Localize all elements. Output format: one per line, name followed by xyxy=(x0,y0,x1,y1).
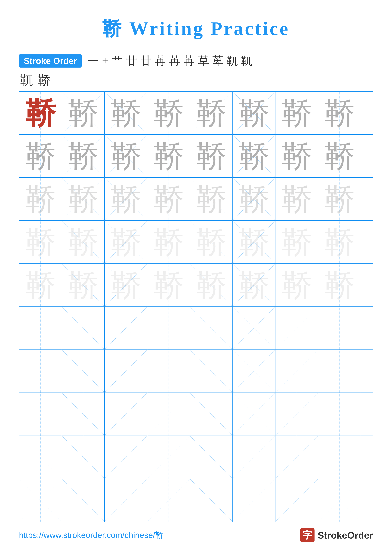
svg-line-108 xyxy=(275,350,318,392)
grid-cell-2-2[interactable]: 鞒 xyxy=(105,178,147,220)
grid-cell-4-1[interactable]: 鞒 xyxy=(62,264,105,307)
grid-cell-1-0[interactable]: 鞒 xyxy=(19,135,62,177)
grid-cell-9-7[interactable] xyxy=(318,479,361,522)
svg-line-85 xyxy=(105,307,147,349)
grid-cell-6-7[interactable] xyxy=(318,350,361,393)
grid-cell-7-7[interactable] xyxy=(318,393,361,436)
practice-grid: 鞒 鞒 鞒 鞒 鞒 鞒 鞒 鞒 鞒 鞒 xyxy=(19,91,373,522)
grid-cell-3-5[interactable]: 鞒 xyxy=(233,221,275,263)
footer-logo: 字 StrokeOrder xyxy=(300,528,373,542)
svg-line-138 xyxy=(233,436,275,478)
grid-cell-5-5[interactable] xyxy=(233,307,275,350)
grid-cell-6-4[interactable] xyxy=(190,350,233,393)
grid-cell-0-2[interactable]: 鞒 xyxy=(105,92,147,134)
grid-cell-4-3[interactable]: 鞒 xyxy=(147,264,190,307)
grid-cell-3-7[interactable]: 鞒 xyxy=(318,221,361,263)
grid-cell-7-1[interactable] xyxy=(62,393,105,436)
grid-cell-2-4[interactable]: 鞒 xyxy=(190,178,233,220)
grid-cell-8-6[interactable] xyxy=(275,436,318,479)
grid-cell-0-6[interactable]: 鞒 xyxy=(275,92,318,134)
practice-char: 鞒 xyxy=(282,98,312,128)
grid-cell-0-1[interactable]: 鞒 xyxy=(62,92,105,134)
grid-cell-5-3[interactable] xyxy=(147,307,190,350)
grid-cell-9-4[interactable] xyxy=(190,479,233,522)
grid-cell-9-0[interactable] xyxy=(19,479,62,522)
grid-cell-8-7[interactable] xyxy=(318,436,361,479)
grid-cell-3-0[interactable]: 鞒 xyxy=(19,221,62,263)
grid-cell-9-1[interactable] xyxy=(62,479,105,522)
grid-cell-1-4[interactable]: 鞒 xyxy=(190,135,233,177)
grid-cell-2-6[interactable]: 鞒 xyxy=(275,178,318,220)
page-title: 鞒 Writing Practice xyxy=(0,0,392,42)
grid-cell-1-1[interactable]: 鞒 xyxy=(62,135,105,177)
grid-cell-2-7[interactable]: 鞒 xyxy=(318,178,361,220)
svg-line-81 xyxy=(19,307,62,349)
grid-cell-7-6[interactable] xyxy=(275,393,318,436)
stroke-seq-char-0: 一 xyxy=(86,55,100,66)
grid-cell-0-7[interactable]: 鞒 xyxy=(318,92,361,134)
grid-cell-1-6[interactable]: 鞒 xyxy=(275,135,318,177)
grid-cell-3-2[interactable]: 鞒 xyxy=(105,221,147,263)
grid-cell-5-4[interactable] xyxy=(190,307,233,350)
grid-cell-5-7[interactable] xyxy=(318,307,361,350)
grid-cell-9-2[interactable] xyxy=(105,479,147,522)
grid-row-1: 鞒 鞒 鞒 鞒 鞒 鞒 鞒 鞒 xyxy=(19,135,373,178)
grid-cell-9-3[interactable] xyxy=(147,479,190,522)
grid-cell-6-0[interactable] xyxy=(19,350,62,393)
grid-cell-8-2[interactable] xyxy=(105,436,147,479)
grid-cell-3-6[interactable]: 鞒 xyxy=(275,221,318,263)
grid-cell-7-4[interactable] xyxy=(190,393,233,436)
grid-cell-9-5[interactable] xyxy=(233,479,275,522)
grid-cell-1-2[interactable]: 鞒 xyxy=(105,135,147,177)
practice-char: 鞒 xyxy=(68,270,98,300)
grid-cell-8-5[interactable] xyxy=(233,436,275,479)
grid-cell-4-2[interactable]: 鞒 xyxy=(105,264,147,307)
grid-cell-5-0[interactable] xyxy=(19,307,62,350)
grid-cell-0-3[interactable]: 鞒 xyxy=(147,92,190,134)
grid-cell-8-4[interactable] xyxy=(190,436,233,479)
grid-cell-0-5[interactable]: 鞒 xyxy=(233,92,275,134)
svg-line-133 xyxy=(105,436,147,478)
grid-cell-7-2[interactable] xyxy=(105,393,147,436)
grid-cell-6-6[interactable] xyxy=(275,350,318,393)
grid-cell-7-0[interactable] xyxy=(19,393,62,436)
grid-cell-4-6[interactable]: 鞒 xyxy=(275,264,318,307)
grid-cell-6-2[interactable] xyxy=(105,350,147,393)
grid-cell-2-0[interactable]: 鞒 xyxy=(19,178,62,220)
grid-cell-0-4[interactable]: 鞒 xyxy=(190,92,233,134)
grid-cell-3-4[interactable]: 鞒 xyxy=(190,221,233,263)
grid-row-8 xyxy=(19,436,373,479)
practice-char: 鞒 xyxy=(68,184,98,214)
grid-cell-1-7[interactable]: 鞒 xyxy=(318,135,361,177)
grid-cell-9-6[interactable] xyxy=(275,479,318,522)
grid-cell-4-7[interactable]: 鞒 xyxy=(318,264,361,307)
grid-cell-2-3[interactable]: 鞒 xyxy=(147,178,190,220)
grid-cell-3-3[interactable]: 鞒 xyxy=(147,221,190,263)
grid-cell-7-5[interactable] xyxy=(233,393,275,436)
grid-cell-1-3[interactable]: 鞒 xyxy=(147,135,190,177)
grid-cell-1-5[interactable]: 鞒 xyxy=(233,135,275,177)
grid-cell-5-1[interactable] xyxy=(62,307,105,350)
svg-line-106 xyxy=(233,350,275,392)
grid-cell-4-5[interactable]: 鞒 xyxy=(233,264,275,307)
grid-cell-6-3[interactable] xyxy=(147,350,190,393)
svg-line-105 xyxy=(190,350,232,392)
practice-char: 鞒 xyxy=(154,270,184,300)
grid-cell-5-2[interactable] xyxy=(105,307,147,350)
grid-cell-8-1[interactable] xyxy=(62,436,105,479)
svg-line-95 xyxy=(318,307,361,350)
footer-url[interactable]: https://www.strokeorder.com/chinese/鞒 xyxy=(19,530,163,541)
grid-cell-8-0[interactable] xyxy=(19,436,62,479)
grid-cell-6-1[interactable] xyxy=(62,350,105,393)
grid-cell-2-1[interactable]: 鞒 xyxy=(62,178,105,220)
grid-cell-2-5[interactable]: 鞒 xyxy=(233,178,275,220)
grid-cell-8-3[interactable] xyxy=(147,436,190,479)
grid-cell-4-4[interactable]: 鞒 xyxy=(190,264,233,307)
grid-cell-3-1[interactable]: 鞒 xyxy=(62,221,105,263)
grid-cell-4-0[interactable]: 鞒 xyxy=(19,264,62,307)
grid-cell-6-5[interactable] xyxy=(233,350,275,393)
practice-char: 鞒 xyxy=(239,270,269,300)
grid-cell-7-3[interactable] xyxy=(147,393,190,436)
grid-cell-0-0[interactable]: 鞒 xyxy=(19,92,62,134)
grid-cell-5-6[interactable] xyxy=(275,307,318,350)
